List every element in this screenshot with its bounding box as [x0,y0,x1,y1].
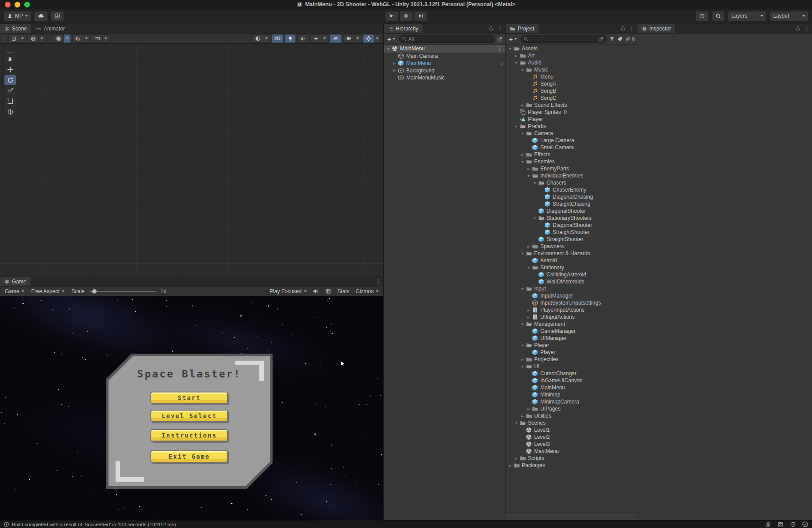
pause-button[interactable] [399,11,413,21]
tree-expand-arrow[interactable]: ▶ [526,308,531,312]
rect-tool[interactable] [4,96,16,106]
project-asset-item[interactable]: {}InputSystem.inputsettings [505,299,637,306]
lock-icon[interactable] [489,26,494,31]
camera-settings-caret[interactable] [355,34,361,43]
tree-expand-arrow[interactable]: ▼ [520,160,525,164]
tree-expand-arrow[interactable]: ▶ [520,103,525,107]
scene-viewport[interactable] [0,44,383,276]
tab-inspector[interactable]: Inspector [637,24,675,33]
tree-expand-arrow[interactable]: ▶ [392,61,397,65]
project-asset-item[interactable]: ▼Management [505,321,637,328]
tab-scene[interactable]: Scene [0,24,31,33]
auto-refresh-disabled-icon[interactable] [790,521,796,528]
tool-handle-rotation-caret[interactable] [39,34,45,43]
create-asset-button[interactable]: + [508,35,518,43]
project-asset-item[interactable]: ▶UIInputActions [505,313,637,321]
project-asset-item[interactable]: DiagonalChasing [505,193,637,200]
project-asset-item[interactable]: ▼Input [505,285,637,292]
display-dropdown[interactable]: Game [2,287,27,296]
project-asset-item[interactable]: ▶Packages [505,462,637,469]
game-panel-menu-icon[interactable]: ⋮ [375,279,381,284]
layout-dropdown[interactable]: Layout [770,11,808,21]
tree-expand-arrow[interactable]: ▼ [513,61,519,65]
search-by-label-icon[interactable] [617,36,623,42]
scene-audio-toggle[interactable] [297,34,309,43]
account-button[interactable]: MP [4,11,31,21]
close-window-button[interactable] [5,2,11,8]
project-asset-item[interactable]: ▶EnemyParts [505,165,637,172]
project-asset-item[interactable]: StraightShooter [505,236,637,243]
tree-expand-arrow[interactable]: ▶ [392,68,397,72]
project-asset-item[interactable]: MainMenu [505,448,637,455]
project-asset-item[interactable]: Player [505,349,637,356]
tree-expand-arrow[interactable]: ▼ [513,421,519,425]
tree-expand-arrow[interactable]: ▼ [520,365,525,369]
project-asset-item[interactable]: DiagonalShooter [505,222,637,229]
tree-expand-arrow[interactable]: ▶ [513,54,519,58]
project-asset-item[interactable]: CursorChanger [505,370,637,377]
create-object-button[interactable]: + [386,35,397,43]
tree-expand-arrow[interactable]: ▶ [520,414,525,418]
tree-expand-arrow[interactable]: ▶ [507,464,513,468]
game-menu-button-exit-game[interactable]: Exit Game [150,450,228,463]
tree-expand-arrow[interactable]: ▼ [532,216,538,220]
project-asset-item[interactable]: Level3 [505,441,637,448]
item-options-icon[interactable]: ⋮ [497,45,502,52]
project-asset-item[interactable]: ▼Stationary [505,264,637,271]
project-asset-item[interactable]: CollidingAsteroid [505,271,637,278]
project-panel-menu-icon[interactable]: ⋮ [629,26,635,31]
view-hand-tool[interactable] [4,54,16,64]
project-searchbox[interactable] [520,35,607,43]
project-asset-item[interactable]: ▼Prefabs [505,123,637,130]
hierarchy-searchbox[interactable] [399,35,495,43]
project-asset-item[interactable]: Level2 [505,434,637,441]
transform-tool[interactable] [4,107,16,117]
project-asset-item[interactable]: DiagonalShooter [505,207,637,215]
hierarchy-item[interactable]: ▶Background [384,67,505,75]
grid-visibility-caret[interactable] [64,34,71,43]
project-asset-item[interactable]: SongB [505,87,637,94]
move-tool[interactable] [4,64,16,75]
tool-handle-rotation-button[interactable] [28,34,39,43]
inspector-panel-menu-icon[interactable]: ⋮ [804,26,810,31]
scene-lighting-toggle[interactable] [285,34,296,43]
project-asset-item[interactable]: ▶Projectiles [505,356,637,363]
tree-expand-arrow[interactable]: ▼ [520,287,525,291]
project-asset-item[interactable]: ▼Chasers [505,179,637,186]
project-asset-item[interactable]: InputManager [505,292,637,299]
project-asset-item[interactable]: ▼Player [505,342,637,349]
hierarchy-search-input[interactable] [408,36,492,41]
project-asset-item[interactable]: GameManager [505,328,637,335]
scene-visibility-toggle[interactable] [330,34,341,43]
scale-slider-knob[interactable] [92,289,97,294]
tool-handle-pivot-button[interactable] [8,34,19,43]
lock-icon[interactable] [796,26,801,31]
tree-expand-arrow[interactable]: ▼ [385,47,391,51]
project-asset-item[interactable]: ▼Camera [505,130,637,137]
project-asset-item[interactable]: ▶Utilities [505,412,637,419]
hierarchy-panel-menu-icon[interactable]: ⋮ [497,26,503,31]
tab-animator[interactable]: Animator [31,24,69,33]
version-control-button[interactable] [51,11,64,21]
project-asset-item[interactable]: Small Camera [505,144,637,151]
progress-ok-icon[interactable] [802,521,808,528]
draw-mode-caret[interactable] [263,34,270,43]
project-asset-item[interactable]: ▶Scripts [505,455,637,462]
game-menu-button-instructions[interactable]: Instructions [150,429,228,441]
project-asset-item[interactable]: ▼Scenes [505,419,637,426]
status-message[interactable]: Build completed with a result of 'Succee… [12,522,176,527]
project-search-input[interactable] [530,36,596,41]
project-asset-item[interactable]: SongC [505,94,637,102]
gizmos-toggle[interactable] [363,34,374,43]
snap-increment-button[interactable] [92,34,103,43]
search-button[interactable] [712,11,725,21]
debugger-disabled-icon[interactable] [765,521,771,528]
search-picker-icon[interactable] [598,36,604,42]
tree-expand-arrow[interactable]: ▼ [520,132,525,136]
project-asset-item[interactable]: Large Camera [505,137,637,144]
grid-snapping-button[interactable] [72,34,83,43]
project-asset-item[interactable]: Menu [505,73,637,80]
maximize-window-button[interactable] [24,2,30,8]
lock-icon[interactable] [621,26,625,31]
project-asset-item[interactable]: ▼StationaryShooters [505,215,637,222]
